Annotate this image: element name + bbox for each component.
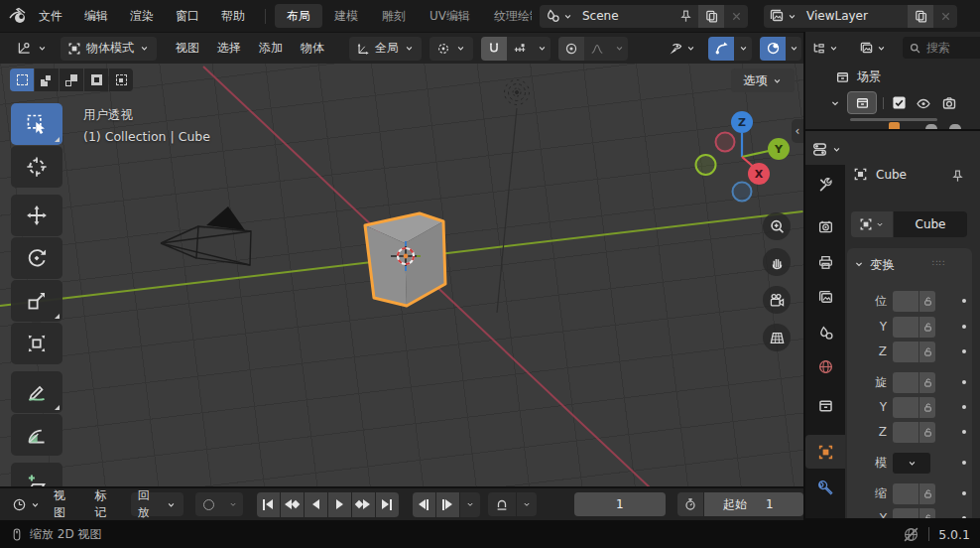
outliner-collection-row[interactable] xyxy=(829,91,957,114)
tab-object[interactable] xyxy=(805,435,845,469)
lock-button[interactable] xyxy=(919,291,935,312)
lock-button[interactable] xyxy=(919,397,935,418)
timeline-menu-view[interactable]: 视图 xyxy=(45,487,85,520)
animate-dot[interactable] xyxy=(962,430,966,434)
lock-button[interactable] xyxy=(919,508,935,519)
jump-to-end-button[interactable] xyxy=(376,492,399,517)
tool-tweak-select[interactable] xyxy=(11,103,62,145)
transform-panel-title[interactable]: 变换 xyxy=(870,257,895,274)
editor-type-button[interactable] xyxy=(10,37,55,61)
show-gizmo-dropdown[interactable] xyxy=(664,41,700,57)
snap-toggle-button[interactable] xyxy=(481,37,507,61)
value-field[interactable] xyxy=(893,483,919,504)
proportional-edit-button[interactable] xyxy=(558,37,584,61)
gizmo-neg-y[interactable] xyxy=(696,155,716,175)
start-frame-field[interactable]: 起始 1 xyxy=(704,492,803,516)
mode-dropdown[interactable]: 物体模式 xyxy=(61,37,157,61)
menu-edit[interactable]: 编辑 xyxy=(73,8,119,25)
camera-object[interactable] xyxy=(149,194,258,273)
outliner-h-scrollbar[interactable] xyxy=(850,118,937,121)
panel-collapse-chevron[interactable] xyxy=(853,258,865,270)
tab-tool[interactable] xyxy=(805,168,845,202)
current-frame-field[interactable]: 1 xyxy=(574,492,666,516)
value-field[interactable] xyxy=(893,372,919,393)
select-mode-subtract-button[interactable] xyxy=(60,68,83,91)
animate-dot[interactable] xyxy=(962,491,966,495)
pan-button[interactable] xyxy=(763,248,791,276)
checkbox-checked-icon[interactable] xyxy=(892,95,907,110)
tab-output[interactable] xyxy=(805,245,845,279)
play-reverse-button[interactable] xyxy=(305,492,327,517)
gizmo-neg-x[interactable] xyxy=(716,133,735,152)
properties-editor-type-button[interactable] xyxy=(811,137,842,161)
value-field[interactable] xyxy=(893,508,919,519)
tab-scene[interactable] xyxy=(805,316,845,349)
rotation-mode-dropdown[interactable] xyxy=(893,453,930,474)
snap-settings-button[interactable] xyxy=(507,37,533,61)
light-object[interactable] xyxy=(499,76,535,112)
outliner-search-input[interactable]: 搜索 xyxy=(903,37,980,59)
playback-dropdown[interactable]: 回放 xyxy=(131,492,184,516)
select-mode-invert-button[interactable] xyxy=(84,68,108,91)
view-layer-new-button[interactable] xyxy=(908,5,933,28)
expand-chevron-icon[interactable] xyxy=(829,97,841,109)
frame-step-dropdown[interactable] xyxy=(460,492,480,517)
outliner-display-mode-button[interactable] xyxy=(859,37,887,59)
menu-window[interactable]: 窗口 xyxy=(165,8,210,25)
next-keyframe-button[interactable] xyxy=(352,492,375,517)
animate-dot[interactable] xyxy=(962,516,966,518)
zoom-button[interactable] xyxy=(763,212,791,240)
keying-dropdown[interactable] xyxy=(517,492,537,516)
view-layer-browse-button[interactable] xyxy=(764,8,802,24)
animate-dot[interactable] xyxy=(962,325,966,329)
menu-view[interactable]: 视图 xyxy=(167,40,208,57)
menu-object[interactable]: 物体 xyxy=(292,40,333,57)
object-id-browse-button[interactable] xyxy=(851,211,893,237)
menu-file[interactable]: 文件 xyxy=(28,8,73,25)
outliner-scene-row[interactable]: 场景 xyxy=(835,68,881,85)
auto-key-toggle[interactable] xyxy=(195,492,223,516)
transform-orientation-dropdown[interactable]: 全局 xyxy=(349,37,422,61)
timeline-menu-marker[interactable]: 标记 xyxy=(85,487,126,520)
lock-button[interactable] xyxy=(919,372,935,393)
workspace-tab-sculpting[interactable]: 雕刻 xyxy=(370,4,418,28)
workspace-tab-texture-paint[interactable]: 纹理绘制 xyxy=(482,4,532,28)
jump-to-start-button[interactable] xyxy=(257,492,280,517)
object-name-field[interactable]: Cube xyxy=(894,211,967,237)
options-button[interactable]: 选项 xyxy=(731,68,795,92)
animate-dot[interactable] xyxy=(962,380,966,384)
outliner-editor-type-button[interactable] xyxy=(811,37,839,59)
camera-view-button[interactable] xyxy=(763,286,791,314)
keying-set-button[interactable] xyxy=(488,492,516,516)
tab-view-layer[interactable] xyxy=(805,280,845,314)
offline-globe-icon[interactable] xyxy=(903,526,919,543)
viewport-canvas[interactable]: 选项 用户透视 (1) Collection | Cube Z Y xyxy=(0,64,803,486)
tool-scale[interactable] xyxy=(11,280,62,322)
animate-dot[interactable] xyxy=(962,461,966,465)
navigation-gizmo[interactable]: Z Y X xyxy=(694,107,794,206)
gizmo-neg-z[interactable] xyxy=(733,183,752,202)
workspace-tab-uv-editing[interactable]: UV编辑 xyxy=(418,4,482,28)
select-mode-extend-button[interactable] xyxy=(35,68,59,91)
pin-icon[interactable] xyxy=(678,9,693,24)
blender-logo-icon[interactable] xyxy=(8,6,28,26)
menu-render[interactable]: 渲染 xyxy=(119,8,165,25)
view-layer-remove-button[interactable] xyxy=(933,5,957,28)
menu-select[interactable]: 选择 xyxy=(208,40,250,57)
overlays-dropdown[interactable] xyxy=(786,37,801,61)
lock-button[interactable] xyxy=(919,317,935,338)
panel-divider[interactable] xyxy=(805,129,980,131)
tool-cursor[interactable] xyxy=(11,146,62,188)
auto-key-dropdown[interactable] xyxy=(223,492,243,516)
tab-render[interactable] xyxy=(805,209,845,243)
scene-new-copy-button[interactable] xyxy=(698,5,724,28)
transform-gizmo-toggle[interactable] xyxy=(708,37,734,61)
tool-add-cube[interactable] xyxy=(11,463,62,486)
perspective-toggle-button[interactable] xyxy=(763,324,791,351)
tool-measure[interactable] xyxy=(11,414,62,456)
use-preview-range-button[interactable] xyxy=(677,492,703,516)
scene-name[interactable]: Scene xyxy=(578,9,678,23)
animate-dot[interactable] xyxy=(962,349,966,353)
eye-icon[interactable] xyxy=(916,95,931,111)
pin-id-icon[interactable] xyxy=(950,169,965,184)
